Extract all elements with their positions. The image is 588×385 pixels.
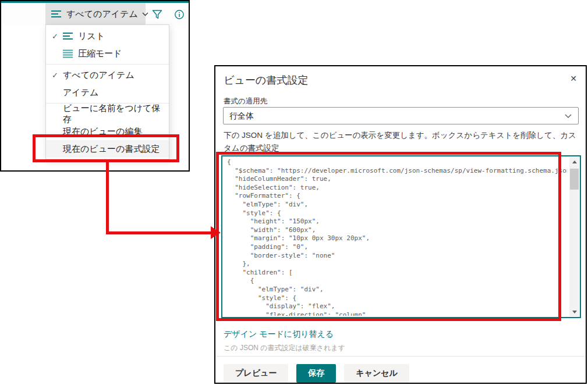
triangle-down-icon [572, 311, 577, 313]
chevron-down-icon [565, 114, 572, 119]
annotation-arrow-horizontal [106, 231, 213, 234]
compact-layout-icon [63, 49, 78, 58]
list-layout-icon [63, 32, 78, 41]
menu-item-compact-mode[interactable]: 圧縮モード [46, 45, 169, 62]
menu-item-label: すべてのアイテム [63, 70, 134, 81]
scroll-up-button[interactable] [569, 157, 579, 166]
menu-item-label: ビューに名前をつけて保存 [63, 103, 169, 125]
filter-funnel-icon [152, 9, 162, 20]
scrollbar-thumb[interactable] [570, 169, 579, 190]
apply-to-selected-value: 行全体 [229, 111, 254, 120]
screenshot-root: すべてのアイテム [0, 0, 588, 385]
scroll-down-button[interactable] [569, 307, 579, 316]
menu-item-all-items[interactable]: ✓ すべてのアイテム [46, 66, 169, 84]
format-view-pane: ビューの書式設定 ✕ 書式の適用先 行全体 下の JSON を追加して、このビュ… [214, 65, 587, 384]
list-lines-icon [51, 10, 62, 19]
check-icon: ✓ [52, 71, 63, 80]
apply-to-select[interactable]: 行全体 [223, 107, 579, 124]
menu-item-label: リスト [78, 31, 105, 42]
menu-divider [46, 64, 169, 65]
preview-button[interactable]: プレビュー [224, 364, 288, 383]
menu-item-label: 圧縮モード [78, 48, 122, 59]
pane-title: ビューの書式設定 [224, 73, 308, 87]
discard-note: この JSON の書式設定は破棄されます [224, 343, 345, 353]
close-icon: ✕ [570, 74, 577, 83]
list-toolbar-panel: すべてのアイテム [0, 0, 190, 172]
menu-item-label: アイテム [63, 87, 98, 98]
editor-scrollbar[interactable] [569, 157, 579, 316]
view-options-menu: ✓ リスト [45, 24, 169, 159]
footer-divider [215, 356, 586, 357]
json-code[interactable]: { "$schema": "https://developer.microsof… [227, 158, 567, 316]
check-icon: ✓ [52, 32, 63, 41]
view-selector-label: すべてのアイテム [66, 9, 138, 20]
info-button[interactable] [169, 3, 190, 26]
menu-item-items[interactable]: アイテム [46, 84, 169, 101]
menu-item-label: 現在のビューの編集 [63, 126, 142, 137]
filter-button[interactable] [147, 3, 168, 26]
apply-to-label: 書式の適用先 [224, 97, 267, 106]
close-button[interactable]: ✕ [566, 71, 581, 86]
footer-buttons: プレビュー 保存 キャンセル [224, 364, 409, 383]
menu-item-list[interactable]: ✓ リスト [46, 27, 169, 45]
description-line1: 下の JSON を追加して、このビューの表示を変更します。ボックスからテキストを… [224, 131, 576, 152]
menu-item-edit-current-view[interactable]: 現在のビューの編集 [46, 123, 169, 140]
menu-item-save-view-as[interactable]: ビューに名前をつけて保存 [46, 105, 169, 123]
save-button[interactable]: 保存 [296, 364, 336, 383]
triangle-up-icon [572, 161, 577, 163]
command-bar: すべてのアイテム [1, 3, 189, 26]
annotation-arrow-vertical [106, 162, 109, 234]
info-circle-icon [174, 9, 185, 20]
json-editor[interactable]: { "$schema": "https://developer.microsof… [221, 155, 581, 318]
cancel-button[interactable]: キャンセル [344, 364, 409, 383]
view-selector-button[interactable]: すべてのアイテム [45, 3, 146, 26]
menu-item-label: 現在のビューの書式設定 [63, 144, 160, 155]
design-mode-link[interactable]: デザイン モードに切り替える [224, 329, 334, 340]
menu-item-format-current-view[interactable]: 現在のビューの書式設定 [46, 140, 169, 158]
